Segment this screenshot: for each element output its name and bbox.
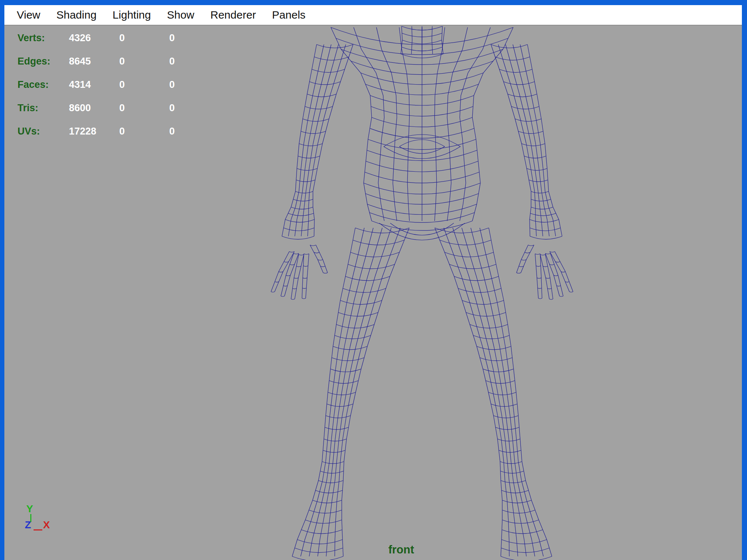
- hud-value: 0: [169, 79, 209, 90]
- hud-row-faces: Faces: 4314 0 0: [18, 73, 209, 96]
- hud-value: 0: [169, 32, 209, 44]
- hud-row-tris: Tris: 8600 0 0: [18, 96, 209, 120]
- menu-show[interactable]: Show: [167, 9, 194, 21]
- menu-shading[interactable]: Shading: [56, 9, 96, 21]
- hud-row-verts: Verts: 4326 0 0: [18, 26, 209, 50]
- hud-value: 8645: [69, 56, 119, 67]
- hud-label: Verts:: [18, 32, 69, 44]
- menu-lighting[interactable]: Lighting: [113, 9, 151, 21]
- hud-value: 0: [119, 102, 169, 114]
- hud-value: 17228: [69, 126, 119, 137]
- hud-label: UVs:: [18, 126, 69, 137]
- window-frame-right: [742, 0, 747, 560]
- hud-value: 8600: [69, 102, 119, 114]
- camera-name-label: front: [376, 543, 427, 556]
- hud-value: 0: [119, 56, 169, 67]
- axis-x-label: X: [43, 519, 50, 531]
- maya-panel-window: View Shading Lighting Show Renderer Pane…: [0, 0, 747, 560]
- menu-panels[interactable]: Panels: [272, 9, 306, 21]
- hud-value: 0: [169, 56, 209, 67]
- hud-label: Faces:: [18, 79, 69, 90]
- hud-label: Edges:: [18, 56, 69, 67]
- poly-count-hud: Verts: 4326 0 0 Edges: 8645 0 0 Faces: 4…: [18, 26, 209, 143]
- panel-menu-bar: View Shading Lighting Show Renderer Pane…: [4, 5, 742, 26]
- hud-row-edges: Edges: 8645 0 0: [18, 50, 209, 73]
- view-axis-indicator: Y Z X: [22, 503, 66, 543]
- menu-view[interactable]: View: [17, 9, 40, 21]
- hud-value: 0: [119, 126, 169, 137]
- axis-x-line: [34, 529, 42, 530]
- hud-value: 0: [169, 102, 209, 114]
- hud-row-uvs: UVs: 17228 0 0: [18, 120, 209, 143]
- hud-label: Tris:: [18, 102, 69, 114]
- hud-value: 4314: [69, 79, 119, 90]
- axis-y-label: Y: [26, 503, 33, 515]
- axis-z-label: Z: [25, 519, 31, 531]
- hud-value: 4326: [69, 32, 119, 44]
- hud-value: 0: [169, 126, 209, 137]
- hud-value: 0: [119, 32, 169, 44]
- window-frame-left: [0, 0, 4, 560]
- menu-renderer[interactable]: Renderer: [210, 9, 256, 21]
- hud-value: 0: [119, 79, 169, 90]
- window-frame-top: [0, 0, 747, 5]
